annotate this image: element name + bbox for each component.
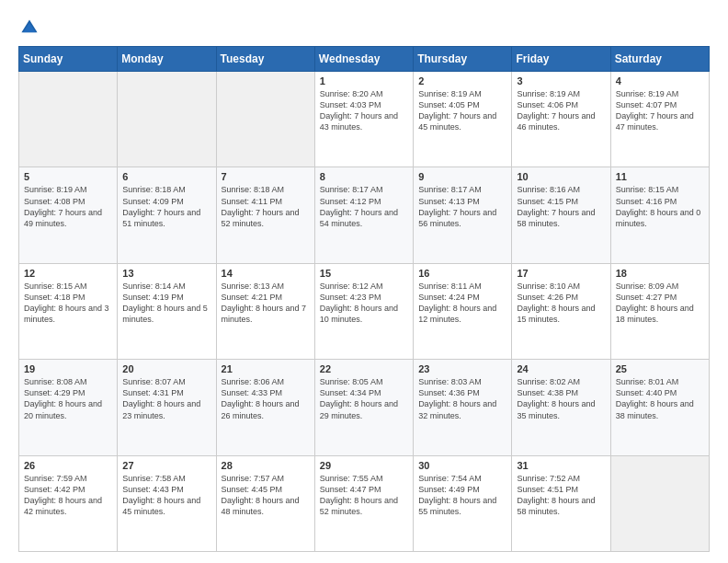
calendar-cell: 18Sunrise: 8:09 AM Sunset: 4:27 PM Dayli…	[610, 263, 709, 359]
day-info: Sunrise: 8:18 AM Sunset: 4:09 PM Dayligh…	[122, 184, 210, 229]
day-info: Sunrise: 8:07 AM Sunset: 4:31 PM Dayligh…	[122, 376, 210, 421]
day-info: Sunrise: 8:18 AM Sunset: 4:11 PM Dayligh…	[222, 184, 310, 229]
day-info: Sunrise: 8:15 AM Sunset: 4:16 PM Dayligh…	[616, 184, 704, 229]
day-info: Sunrise: 8:19 AM Sunset: 4:06 PM Dayligh…	[517, 88, 605, 133]
calendar-cell: 28Sunrise: 7:57 AM Sunset: 4:45 PM Dayli…	[216, 455, 314, 551]
day-info: Sunrise: 7:54 AM Sunset: 4:49 PM Dayligh…	[418, 473, 506, 518]
calendar-week-row: 1Sunrise: 8:20 AM Sunset: 4:03 PM Daylig…	[19, 72, 710, 167]
day-number: 17	[517, 268, 605, 279]
calendar-week-row: 5Sunrise: 8:19 AM Sunset: 4:08 PM Daylig…	[19, 167, 710, 263]
day-number: 12	[24, 268, 112, 279]
day-info: Sunrise: 8:17 AM Sunset: 4:13 PM Dayligh…	[418, 184, 506, 229]
calendar-cell: 26Sunrise: 7:59 AM Sunset: 4:42 PM Dayli…	[19, 455, 118, 551]
day-number: 15	[320, 268, 408, 279]
day-info: Sunrise: 8:19 AM Sunset: 4:07 PM Dayligh…	[616, 88, 704, 133]
calendar-cell: 21Sunrise: 8:06 AM Sunset: 4:33 PM Dayli…	[216, 360, 314, 455]
calendar-header-monday: Monday	[118, 47, 216, 72]
day-info: Sunrise: 8:02 AM Sunset: 4:38 PM Dayligh…	[517, 376, 605, 421]
day-number: 14	[222, 268, 310, 279]
calendar-cell	[19, 72, 118, 167]
calendar-header-saturday: Saturday	[610, 47, 709, 72]
calendar-cell: 30Sunrise: 7:54 AM Sunset: 4:49 PM Dayli…	[414, 455, 512, 551]
calendar-cell: 20Sunrise: 8:07 AM Sunset: 4:31 PM Dayli…	[118, 360, 216, 455]
day-number: 31	[517, 460, 605, 471]
calendar-cell: 4Sunrise: 8:19 AM Sunset: 4:07 PM Daylig…	[610, 72, 709, 167]
day-info: Sunrise: 7:55 AM Sunset: 4:47 PM Dayligh…	[320, 473, 408, 518]
calendar-table: SundayMondayTuesdayWednesdayThursdayFrid…	[18, 46, 710, 552]
day-info: Sunrise: 8:17 AM Sunset: 4:12 PM Dayligh…	[320, 184, 408, 229]
day-info: Sunrise: 8:03 AM Sunset: 4:36 PM Dayligh…	[418, 376, 506, 421]
calendar-cell: 2Sunrise: 8:19 AM Sunset: 4:05 PM Daylig…	[414, 72, 512, 167]
day-info: Sunrise: 7:58 AM Sunset: 4:43 PM Dayligh…	[122, 473, 210, 518]
day-number: 19	[24, 363, 112, 374]
day-number: 5	[24, 171, 112, 182]
calendar-week-row: 26Sunrise: 7:59 AM Sunset: 4:42 PM Dayli…	[19, 455, 710, 551]
day-number: 29	[320, 460, 408, 471]
calendar-cell: 29Sunrise: 7:55 AM Sunset: 4:47 PM Dayli…	[314, 455, 413, 551]
day-number: 3	[517, 75, 605, 86]
day-info: Sunrise: 8:19 AM Sunset: 4:08 PM Dayligh…	[24, 184, 112, 229]
calendar-cell: 3Sunrise: 8:19 AM Sunset: 4:06 PM Daylig…	[512, 72, 610, 167]
logo	[18, 15, 44, 39]
day-number: 28	[222, 460, 310, 471]
day-number: 25	[616, 363, 704, 374]
calendar-cell	[118, 72, 216, 167]
calendar-cell: 9Sunrise: 8:17 AM Sunset: 4:13 PM Daylig…	[414, 167, 512, 263]
day-info: Sunrise: 7:59 AM Sunset: 4:42 PM Dayligh…	[24, 473, 112, 518]
calendar-header-row: SundayMondayTuesdayWednesdayThursdayFrid…	[19, 47, 710, 72]
calendar-cell: 31Sunrise: 7:52 AM Sunset: 4:51 PM Dayli…	[512, 455, 610, 551]
day-number: 9	[418, 171, 506, 182]
day-info: Sunrise: 8:05 AM Sunset: 4:34 PM Dayligh…	[320, 376, 408, 421]
calendar-cell: 24Sunrise: 8:02 AM Sunset: 4:38 PM Dayli…	[512, 360, 610, 455]
calendar-cell: 1Sunrise: 8:20 AM Sunset: 4:03 PM Daylig…	[314, 72, 413, 167]
day-info: Sunrise: 8:20 AM Sunset: 4:03 PM Dayligh…	[320, 88, 408, 133]
calendar-cell	[216, 72, 314, 167]
day-number: 6	[122, 171, 210, 182]
day-number: 24	[517, 363, 605, 374]
day-number: 10	[517, 171, 605, 182]
calendar-cell: 5Sunrise: 8:19 AM Sunset: 4:08 PM Daylig…	[19, 167, 118, 263]
header	[18, 15, 710, 39]
day-info: Sunrise: 8:19 AM Sunset: 4:05 PM Dayligh…	[418, 88, 506, 133]
day-number: 8	[320, 171, 408, 182]
calendar-cell: 14Sunrise: 8:13 AM Sunset: 4:21 PM Dayli…	[216, 263, 314, 359]
day-number: 1	[320, 75, 408, 86]
logo-icon	[18, 17, 40, 39]
day-number: 7	[222, 171, 310, 182]
day-number: 22	[320, 363, 408, 374]
calendar-cell: 27Sunrise: 7:58 AM Sunset: 4:43 PM Dayli…	[118, 455, 216, 551]
calendar-cell: 11Sunrise: 8:15 AM Sunset: 4:16 PM Dayli…	[610, 167, 709, 263]
day-number: 23	[418, 363, 506, 374]
day-number: 16	[418, 268, 506, 279]
calendar-week-row: 19Sunrise: 8:08 AM Sunset: 4:29 PM Dayli…	[19, 360, 710, 455]
day-info: Sunrise: 8:06 AM Sunset: 4:33 PM Dayligh…	[222, 376, 310, 421]
calendar-week-row: 12Sunrise: 8:15 AM Sunset: 4:18 PM Dayli…	[19, 263, 710, 359]
calendar-cell: 17Sunrise: 8:10 AM Sunset: 4:26 PM Dayli…	[512, 263, 610, 359]
calendar-header-friday: Friday	[512, 47, 610, 72]
day-number: 13	[122, 268, 210, 279]
day-number: 18	[616, 268, 704, 279]
day-info: Sunrise: 7:57 AM Sunset: 4:45 PM Dayligh…	[222, 473, 310, 518]
calendar-cell: 15Sunrise: 8:12 AM Sunset: 4:23 PM Dayli…	[314, 263, 413, 359]
calendar-cell: 23Sunrise: 8:03 AM Sunset: 4:36 PM Dayli…	[414, 360, 512, 455]
page: SundayMondayTuesdayWednesdayThursdayFrid…	[0, 0, 728, 563]
day-number: 2	[418, 75, 506, 86]
day-info: Sunrise: 8:10 AM Sunset: 4:26 PM Dayligh…	[517, 281, 605, 326]
day-number: 4	[616, 75, 704, 86]
day-info: Sunrise: 8:15 AM Sunset: 4:18 PM Dayligh…	[24, 281, 112, 326]
day-info: Sunrise: 8:01 AM Sunset: 4:40 PM Dayligh…	[616, 376, 704, 421]
day-number: 26	[24, 460, 112, 471]
day-number: 21	[222, 363, 310, 374]
day-info: Sunrise: 8:08 AM Sunset: 4:29 PM Dayligh…	[24, 376, 112, 421]
calendar-cell	[610, 455, 709, 551]
calendar-cell: 10Sunrise: 8:16 AM Sunset: 4:15 PM Dayli…	[512, 167, 610, 263]
day-info: Sunrise: 8:13 AM Sunset: 4:21 PM Dayligh…	[222, 281, 310, 326]
calendar-cell: 13Sunrise: 8:14 AM Sunset: 4:19 PM Dayli…	[118, 263, 216, 359]
calendar-cell: 6Sunrise: 8:18 AM Sunset: 4:09 PM Daylig…	[118, 167, 216, 263]
day-info: Sunrise: 8:14 AM Sunset: 4:19 PM Dayligh…	[122, 281, 210, 326]
calendar-cell: 12Sunrise: 8:15 AM Sunset: 4:18 PM Dayli…	[19, 263, 118, 359]
calendar-header-thursday: Thursday	[414, 47, 512, 72]
day-info: Sunrise: 8:12 AM Sunset: 4:23 PM Dayligh…	[320, 281, 408, 326]
calendar-header-wednesday: Wednesday	[314, 47, 413, 72]
calendar-header-tuesday: Tuesday	[216, 47, 314, 72]
